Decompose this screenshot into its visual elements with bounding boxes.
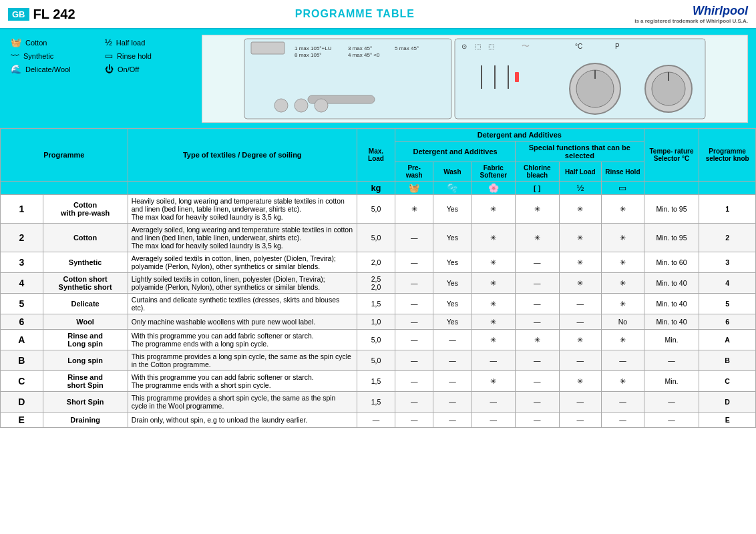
prog-knob: C (699, 371, 756, 392)
svg-point-10 (315, 99, 328, 112)
prog-type: Averagely soiled textils in cotton, line… (128, 252, 357, 273)
prog-name: Wool (43, 314, 128, 330)
brand-logo: Whirlpool is a registered trademark of W… (634, 4, 748, 24)
icon-fabric-softener: 🌸 (471, 182, 516, 195)
svg-text:⊙: ⊙ (461, 43, 467, 50)
rinse-hold-icon: ▭ (105, 51, 113, 61)
legend-grid: 🧺 Cotton ½ Half load 〰 Synthetic ▭ Rinse… (11, 37, 192, 76)
legend-half-load-label: Half load (116, 39, 145, 47)
prog-number: A (1, 330, 43, 350)
prog-wash: — (433, 413, 471, 428)
prog-pre-wash: — (395, 330, 433, 350)
legend-rinse-hold: ▭ Rinse hold (105, 51, 192, 61)
table-row: EDrainingDrain only, without spin, e.g t… (1, 413, 756, 428)
svg-text:°C: °C (575, 43, 582, 50)
title-area: GB FL 242 (8, 7, 75, 22)
prog-chlorine-bleach: — (516, 371, 560, 392)
table-row: 2CottonAveragely soiled, long wearing an… (1, 224, 756, 252)
prog-load: 2,5 2,0 (357, 273, 395, 294)
prog-type: This programme provides a long spin cycl… (128, 350, 357, 371)
prog-pre-wash: — (395, 413, 433, 428)
prog-load: 1,5 (357, 294, 395, 314)
prog-half-load: — (559, 294, 602, 314)
prog-rinse-hold: ✳ (602, 195, 644, 224)
table-row: BLong spinThis programme provides a long… (1, 350, 756, 371)
prog-temperature: Min. to 40 (644, 314, 699, 330)
prog-name: Short Spin (43, 392, 128, 413)
svg-text:〜: 〜 (522, 41, 530, 51)
programme-table-body: 1Cotton with pre-washHeavily soiled, lon… (1, 195, 756, 428)
prog-temperature: Min. (644, 330, 699, 350)
prog-fabric-softener: ✳ (471, 273, 516, 294)
prog-chlorine-bleach: — (516, 273, 560, 294)
prog-type: Heavily soiled, long wearing and tempera… (128, 195, 357, 224)
prog-name: Cotton with pre-wash (43, 195, 128, 224)
prog-knob: 5 (699, 294, 756, 314)
prog-wash: — (433, 350, 471, 371)
th-temperature: Tempe- rature Selector °C (644, 129, 699, 182)
prog-chlorine-bleach: — (516, 294, 560, 314)
prog-load: — (357, 413, 395, 428)
th-special: Special functions that can be selected (516, 142, 644, 162)
svg-point-8 (274, 99, 288, 112)
th-load-unit: kg (357, 182, 395, 195)
prog-name: Rinse and Long spin (43, 330, 128, 350)
prog-rinse-hold: ✳ (602, 252, 644, 273)
th-type: Type of textiles / Degree of soiling (128, 129, 357, 182)
prog-temperature: — (644, 413, 699, 428)
th-rinse-hold: Rinse Hold (602, 162, 644, 182)
prog-fabric-softener: ✳ (471, 330, 516, 350)
svg-point-9 (295, 99, 308, 112)
prog-wash: Yes (433, 195, 471, 224)
prog-number: 4 (1, 273, 43, 294)
prog-half-load: ✳ (559, 195, 602, 224)
gb-badge: GB (8, 8, 29, 21)
half-load-icon: ½ (105, 37, 112, 47)
prog-fabric-softener: ✳ (471, 294, 516, 314)
prog-chlorine-bleach: ✳ (516, 195, 560, 224)
prog-chlorine-bleach: — (516, 314, 560, 330)
prog-half-load: — (559, 350, 602, 371)
table-row: CRinse and short SpinWith this programme… (1, 371, 756, 392)
prog-knob: 6 (699, 314, 756, 330)
prog-pre-wash: — (395, 314, 433, 330)
prog-rinse-hold: ✳ (602, 224, 644, 252)
prog-number: B (1, 350, 43, 371)
prog-load: 5,0 (357, 330, 395, 350)
prog-name: Synthetic (43, 252, 128, 273)
prog-pre-wash: — (395, 294, 433, 314)
table-row: 3SyntheticAveragely soiled textils in co… (1, 252, 756, 273)
th-wash: Wash (433, 162, 471, 182)
prog-wash: — (433, 371, 471, 392)
prog-pre-wash: — (395, 252, 433, 273)
cotton-icon: 🧺 (11, 37, 21, 47)
prog-knob: E (699, 413, 756, 428)
prog-knob: 1 (699, 195, 756, 224)
prog-wash: — (433, 392, 471, 413)
prog-half-load: ✳ (559, 330, 602, 350)
prog-fabric-softener: — (471, 392, 516, 413)
page-title: PROGRAMME TABLE (75, 8, 635, 20)
svg-rect-27 (515, 72, 519, 82)
svg-text:⬚: ⬚ (488, 43, 494, 50)
prog-chlorine-bleach: — (516, 413, 560, 428)
table-row: 5DelicateCurtains and delicate synthetic… (1, 294, 756, 314)
table-row: 4Cotton short Synthetic shortLightly soi… (1, 273, 756, 294)
icon-knob-empty (699, 182, 756, 195)
prog-rinse-hold: — (602, 392, 644, 413)
legend-half-load: ½ Half load (105, 37, 192, 47)
prog-fabric-softener: ✳ (471, 314, 516, 330)
model-title: FL 242 (33, 7, 75, 22)
header-row-icons: kg 🧺 🫧 🌸 [ ] ½ ▭ (1, 182, 756, 195)
prog-name: Cotton short Synthetic short (43, 273, 128, 294)
prog-chlorine-bleach: ✳ (516, 330, 560, 350)
icon-rinse-hold: ▭ (602, 182, 644, 195)
prog-name: Long spin (43, 350, 128, 371)
prog-half-load: ✳ (559, 252, 602, 273)
svg-text:5 max 45°: 5 max 45° (395, 45, 419, 51)
th-pre-wash: Pre- wash (395, 162, 433, 182)
icon-chlorine-bleach: [ ] (516, 182, 560, 195)
prog-pre-wash: ✳ (395, 195, 433, 224)
legend-cotton-label: Cotton (25, 39, 47, 47)
onoff-icon: ⏻ (105, 64, 114, 74)
